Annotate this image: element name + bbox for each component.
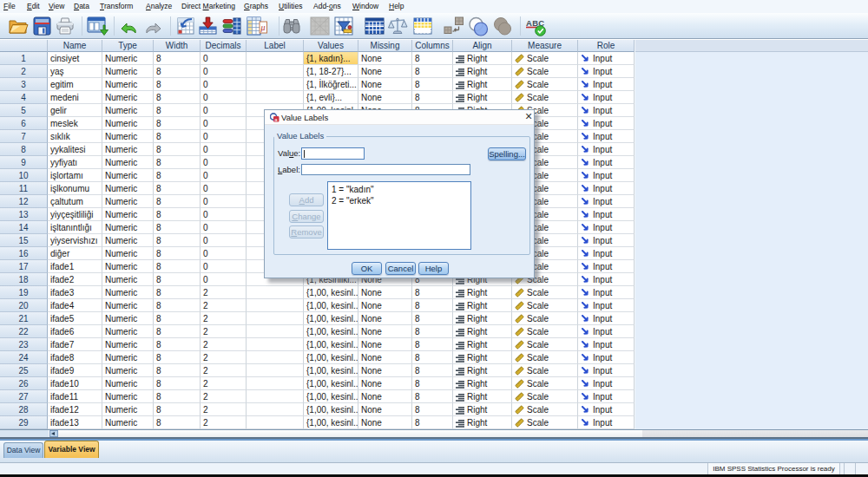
svg-text:μ: μ xyxy=(260,23,266,32)
